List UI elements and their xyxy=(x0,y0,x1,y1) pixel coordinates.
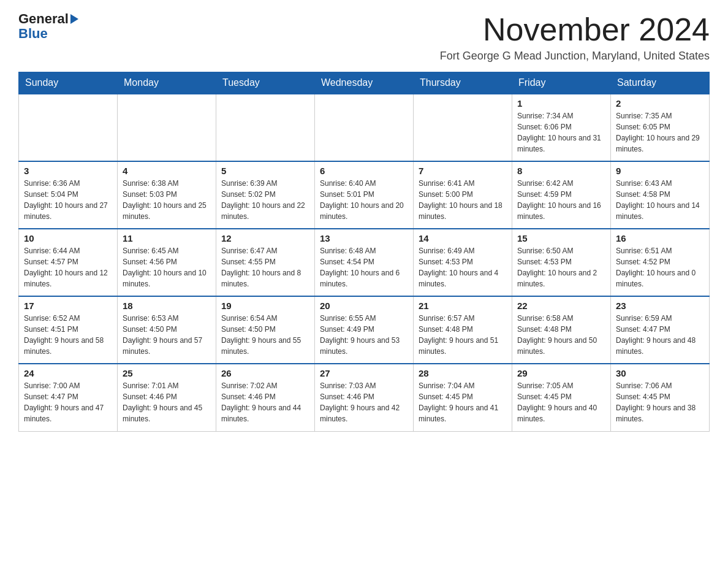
calendar-cell: 28Sunrise: 7:04 AMSunset: 4:45 PMDayligh… xyxy=(414,364,512,431)
cell-day-number: 14 xyxy=(419,233,507,243)
week-row-4: 17Sunrise: 6:52 AMSunset: 4:51 PMDayligh… xyxy=(19,296,710,364)
page-header: General Blue November 2024 Fort George G… xyxy=(18,12,710,63)
cell-day-number: 12 xyxy=(221,233,309,243)
cell-day-number: 17 xyxy=(24,301,112,311)
calendar-cell xyxy=(19,94,118,161)
calendar-cell: 14Sunrise: 6:49 AMSunset: 4:53 PMDayligh… xyxy=(414,229,512,296)
cell-day-number: 6 xyxy=(320,166,408,176)
logo-general-text: General xyxy=(18,12,78,26)
calendar-cell: 13Sunrise: 6:48 AMSunset: 4:54 PMDayligh… xyxy=(315,229,414,296)
weekday-header-sunday: Sunday xyxy=(19,72,118,94)
month-title: November 2024 xyxy=(440,12,710,47)
cell-day-number: 9 xyxy=(616,166,704,176)
cell-day-number: 18 xyxy=(123,301,211,311)
week-row-1: 1Sunrise: 7:34 AMSunset: 6:06 PMDaylight… xyxy=(19,94,710,161)
calendar-cell: 2Sunrise: 7:35 AMSunset: 6:05 PMDaylight… xyxy=(611,94,710,161)
calendar-cell: 21Sunrise: 6:57 AMSunset: 4:48 PMDayligh… xyxy=(414,296,512,364)
calendar-cell: 25Sunrise: 7:01 AMSunset: 4:46 PMDayligh… xyxy=(118,364,216,431)
calendar-cell: 26Sunrise: 7:02 AMSunset: 4:46 PMDayligh… xyxy=(216,364,315,431)
calendar-cell: 1Sunrise: 7:34 AMSunset: 6:06 PMDaylight… xyxy=(512,94,611,161)
title-area: November 2024 Fort George G Mead Junctio… xyxy=(440,12,710,63)
weekday-header-thursday: Thursday xyxy=(414,72,512,94)
week-row-2: 3Sunrise: 6:36 AMSunset: 5:04 PMDaylight… xyxy=(19,161,710,229)
weekday-header-saturday: Saturday xyxy=(611,72,710,94)
calendar-cell: 11Sunrise: 6:45 AMSunset: 4:56 PMDayligh… xyxy=(118,229,216,296)
cell-sun-info: Sunrise: 6:54 AMSunset: 4:50 PMDaylight:… xyxy=(221,313,309,357)
cell-sun-info: Sunrise: 7:03 AMSunset: 4:46 PMDaylight:… xyxy=(320,380,408,424)
cell-day-number: 4 xyxy=(123,166,211,176)
calendar-cell: 3Sunrise: 6:36 AMSunset: 5:04 PMDaylight… xyxy=(19,161,118,229)
cell-day-number: 24 xyxy=(24,368,112,378)
cell-day-number: 21 xyxy=(419,301,507,311)
cell-sun-info: Sunrise: 6:41 AMSunset: 5:00 PMDaylight:… xyxy=(419,178,507,222)
cell-day-number: 8 xyxy=(517,166,605,176)
cell-day-number: 10 xyxy=(24,233,112,243)
cell-sun-info: Sunrise: 6:43 AMSunset: 4:58 PMDaylight:… xyxy=(616,178,704,222)
cell-sun-info: Sunrise: 7:05 AMSunset: 4:45 PMDaylight:… xyxy=(517,380,605,424)
cell-day-number: 1 xyxy=(517,98,605,109)
calendar-cell: 6Sunrise: 6:40 AMSunset: 5:01 PMDaylight… xyxy=(315,161,414,229)
calendar-cell xyxy=(315,94,414,161)
weekday-header-row: SundayMondayTuesdayWednesdayThursdayFrid… xyxy=(19,72,710,94)
cell-day-number: 26 xyxy=(221,368,309,378)
logo-triangle-icon xyxy=(70,14,78,24)
cell-sun-info: Sunrise: 6:44 AMSunset: 4:57 PMDaylight:… xyxy=(24,245,112,289)
calendar-cell xyxy=(414,94,512,161)
week-row-5: 24Sunrise: 7:00 AMSunset: 4:47 PMDayligh… xyxy=(19,364,710,431)
calendar-cell: 17Sunrise: 6:52 AMSunset: 4:51 PMDayligh… xyxy=(19,296,118,364)
calendar-cell: 30Sunrise: 7:06 AMSunset: 4:45 PMDayligh… xyxy=(611,364,710,431)
cell-sun-info: Sunrise: 6:55 AMSunset: 4:49 PMDaylight:… xyxy=(320,313,408,357)
cell-sun-info: Sunrise: 6:39 AMSunset: 5:02 PMDaylight:… xyxy=(221,178,309,222)
cell-sun-info: Sunrise: 7:01 AMSunset: 4:46 PMDaylight:… xyxy=(123,380,211,424)
cell-day-number: 29 xyxy=(517,368,605,378)
cell-sun-info: Sunrise: 7:06 AMSunset: 4:45 PMDaylight:… xyxy=(616,380,704,424)
cell-sun-info: Sunrise: 6:48 AMSunset: 4:54 PMDaylight:… xyxy=(320,245,408,289)
calendar-cell: 10Sunrise: 6:44 AMSunset: 4:57 PMDayligh… xyxy=(19,229,118,296)
calendar-cell xyxy=(118,94,216,161)
calendar-cell: 15Sunrise: 6:50 AMSunset: 4:53 PMDayligh… xyxy=(512,229,611,296)
cell-day-number: 7 xyxy=(419,166,507,176)
cell-sun-info: Sunrise: 6:51 AMSunset: 4:52 PMDaylight:… xyxy=(616,245,704,289)
weekday-header-monday: Monday xyxy=(118,72,216,94)
weekday-header-friday: Friday xyxy=(512,72,611,94)
cell-day-number: 13 xyxy=(320,233,408,243)
cell-sun-info: Sunrise: 6:38 AMSunset: 5:03 PMDaylight:… xyxy=(123,178,211,222)
cell-day-number: 2 xyxy=(616,98,704,109)
cell-sun-info: Sunrise: 6:42 AMSunset: 4:59 PMDaylight:… xyxy=(517,178,605,222)
calendar-cell: 27Sunrise: 7:03 AMSunset: 4:46 PMDayligh… xyxy=(315,364,414,431)
cell-sun-info: Sunrise: 6:45 AMSunset: 4:56 PMDaylight:… xyxy=(123,245,211,289)
cell-sun-info: Sunrise: 7:35 AMSunset: 6:05 PMDaylight:… xyxy=(616,110,704,155)
cell-day-number: 22 xyxy=(517,301,605,311)
cell-sun-info: Sunrise: 7:02 AMSunset: 4:46 PMDaylight:… xyxy=(221,380,309,424)
week-row-3: 10Sunrise: 6:44 AMSunset: 4:57 PMDayligh… xyxy=(19,229,710,296)
logo: General Blue xyxy=(18,12,78,42)
calendar-cell: 18Sunrise: 6:53 AMSunset: 4:50 PMDayligh… xyxy=(118,296,216,364)
calendar-cell: 29Sunrise: 7:05 AMSunset: 4:45 PMDayligh… xyxy=(512,364,611,431)
cell-sun-info: Sunrise: 6:59 AMSunset: 4:47 PMDaylight:… xyxy=(616,313,704,357)
calendar-cell: 24Sunrise: 7:00 AMSunset: 4:47 PMDayligh… xyxy=(19,364,118,431)
calendar-cell: 4Sunrise: 6:38 AMSunset: 5:03 PMDaylight… xyxy=(118,161,216,229)
calendar-cell: 5Sunrise: 6:39 AMSunset: 5:02 PMDaylight… xyxy=(216,161,315,229)
calendar-table: SundayMondayTuesdayWednesdayThursdayFrid… xyxy=(18,72,710,432)
calendar-cell: 22Sunrise: 6:58 AMSunset: 4:48 PMDayligh… xyxy=(512,296,611,364)
weekday-header-wednesday: Wednesday xyxy=(315,72,414,94)
cell-day-number: 19 xyxy=(221,301,309,311)
cell-sun-info: Sunrise: 6:36 AMSunset: 5:04 PMDaylight:… xyxy=(24,178,112,222)
cell-day-number: 16 xyxy=(616,233,704,243)
cell-sun-info: Sunrise: 7:34 AMSunset: 6:06 PMDaylight:… xyxy=(517,110,605,155)
cell-sun-info: Sunrise: 6:49 AMSunset: 4:53 PMDaylight:… xyxy=(419,245,507,289)
calendar-cell: 8Sunrise: 6:42 AMSunset: 4:59 PMDaylight… xyxy=(512,161,611,229)
logo-blue-text: Blue xyxy=(18,26,48,42)
cell-day-number: 11 xyxy=(123,233,211,243)
cell-sun-info: Sunrise: 6:47 AMSunset: 4:55 PMDaylight:… xyxy=(221,245,309,289)
cell-sun-info: Sunrise: 6:58 AMSunset: 4:48 PMDaylight:… xyxy=(517,313,605,357)
cell-sun-info: Sunrise: 6:57 AMSunset: 4:48 PMDaylight:… xyxy=(419,313,507,357)
cell-day-number: 23 xyxy=(616,301,704,311)
cell-sun-info: Sunrise: 7:04 AMSunset: 4:45 PMDaylight:… xyxy=(419,380,507,424)
cell-sun-info: Sunrise: 6:52 AMSunset: 4:51 PMDaylight:… xyxy=(24,313,112,357)
cell-day-number: 5 xyxy=(221,166,309,176)
cell-day-number: 15 xyxy=(517,233,605,243)
cell-sun-info: Sunrise: 6:50 AMSunset: 4:53 PMDaylight:… xyxy=(517,245,605,289)
cell-sun-info: Sunrise: 6:40 AMSunset: 5:01 PMDaylight:… xyxy=(320,178,408,222)
calendar-cell: 16Sunrise: 6:51 AMSunset: 4:52 PMDayligh… xyxy=(611,229,710,296)
